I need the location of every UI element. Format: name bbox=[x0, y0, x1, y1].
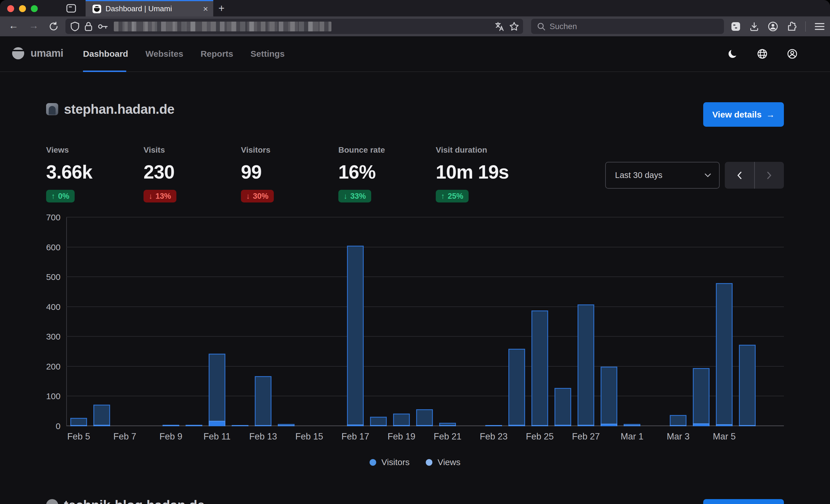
close-window-button[interactable] bbox=[7, 5, 14, 12]
visitors-bar-segment bbox=[186, 425, 202, 426]
visitors-bar-segment bbox=[601, 424, 617, 426]
theme-moon-icon[interactable] bbox=[727, 49, 738, 59]
metric-label: Bounce rate bbox=[338, 145, 436, 155]
views-bar-mar-4[interactable] bbox=[693, 368, 709, 426]
y-axis-tick-label: 700 bbox=[29, 212, 61, 222]
account-icon[interactable] bbox=[768, 21, 778, 32]
views-bar-feb-19[interactable] bbox=[393, 413, 410, 426]
arrow-right-icon: → bbox=[766, 110, 775, 120]
nav-item-websites[interactable]: Websites bbox=[146, 49, 183, 59]
metric-change-badge: ↑25% bbox=[436, 190, 469, 202]
brand-name: umami bbox=[31, 47, 63, 59]
lock-icon[interactable] bbox=[85, 22, 93, 31]
tab-close-icon[interactable]: × bbox=[203, 5, 208, 13]
trend-arrow-icon: ↓ bbox=[246, 192, 250, 201]
trend-arrow-icon: ↑ bbox=[51, 192, 55, 201]
x-axis-tick-label: Feb 25 bbox=[517, 431, 563, 442]
views-bar-feb-28[interactable] bbox=[601, 367, 617, 426]
metric-visitors: Visitors 99 ↓30% bbox=[241, 145, 338, 202]
gridline bbox=[66, 366, 784, 367]
views-dot-icon bbox=[426, 459, 432, 466]
metric-change-badge: ↑0% bbox=[46, 190, 75, 202]
nav-item-reports[interactable]: Reports bbox=[200, 49, 233, 59]
legend-item-views[interactable]: Views bbox=[426, 457, 460, 467]
sidebar-toggle-icon[interactable] bbox=[66, 4, 76, 13]
views-bar-feb-11[interactable] bbox=[209, 354, 225, 426]
downloads-icon[interactable] bbox=[749, 22, 759, 31]
views-bar-mar-6[interactable] bbox=[739, 345, 756, 426]
visitors-bar-segment bbox=[578, 425, 594, 426]
views-bar-mar-1[interactable] bbox=[624, 424, 640, 426]
views-bar-feb-6[interactable] bbox=[93, 405, 110, 426]
y-axis-tick-label: 300 bbox=[29, 332, 61, 342]
prev-period-button[interactable] bbox=[725, 162, 755, 189]
browser-tab[interactable]: Dashboard | Umami × bbox=[86, 0, 213, 16]
tab-title: Dashboard | Umami bbox=[105, 4, 172, 13]
umami-logo-icon bbox=[11, 47, 25, 60]
views-bar-feb-18[interactable] bbox=[370, 417, 387, 426]
url-bar[interactable] bbox=[65, 19, 523, 34]
visitors-bar-segment bbox=[209, 421, 225, 426]
next-view-details-button[interactable] bbox=[703, 499, 784, 504]
chart-plot-area bbox=[66, 217, 784, 426]
back-button[interactable]: ← bbox=[9, 21, 19, 30]
key-icon[interactable] bbox=[98, 23, 108, 30]
x-axis-tick-label: Feb 21 bbox=[424, 431, 471, 442]
views-bar-feb-26[interactable] bbox=[554, 388, 571, 426]
views-bar-feb-21[interactable] bbox=[439, 423, 456, 426]
chevron-down-icon bbox=[705, 173, 711, 177]
umami-brand[interactable]: umami bbox=[11, 47, 63, 60]
views-bar-feb-23[interactable] bbox=[485, 425, 502, 426]
minimize-window-button[interactable] bbox=[19, 5, 26, 12]
views-bar-feb-25[interactable] bbox=[532, 310, 548, 426]
views-bar-feb-14[interactable] bbox=[278, 424, 294, 426]
active-tab-underline bbox=[83, 71, 126, 72]
y-axis-tick-label: 400 bbox=[29, 302, 61, 312]
reload-icon[interactable] bbox=[49, 21, 59, 32]
views-bar-feb-17[interactable] bbox=[347, 246, 364, 426]
chevron-left-icon bbox=[737, 172, 742, 179]
views-bar-mar-3[interactable] bbox=[670, 415, 687, 426]
metrics-row: Views 3.66k ↑0% Visits 230 ↓13% Visitors… bbox=[46, 145, 557, 202]
views-bar-mar-5[interactable] bbox=[716, 283, 733, 426]
menu-hamburger-icon[interactable] bbox=[815, 22, 825, 31]
views-bar-feb-24[interactable] bbox=[508, 349, 525, 426]
metric-visit-duration: Visit duration 10m 19s ↑25% bbox=[436, 145, 557, 202]
views-bar-feb-13[interactable] bbox=[255, 376, 272, 426]
x-axis-tick-label: Feb 5 bbox=[56, 431, 102, 442]
x-axis-tick-label: Feb 27 bbox=[563, 431, 609, 442]
views-bar-feb-20[interactable] bbox=[416, 409, 433, 426]
nav-item-settings[interactable]: Settings bbox=[250, 49, 284, 59]
x-axis-tick-label: Feb 19 bbox=[378, 431, 424, 442]
website-favicon bbox=[46, 103, 58, 115]
gridline bbox=[66, 336, 784, 337]
password-manager-extension-icon[interactable] bbox=[731, 22, 741, 31]
next-period-button[interactable] bbox=[755, 162, 784, 189]
gridline bbox=[66, 396, 784, 396]
new-tab-button[interactable]: + bbox=[219, 2, 224, 14]
search-input[interactable]: Suchen bbox=[531, 19, 724, 34]
legend-item-visitors[interactable]: Visitors bbox=[370, 457, 410, 467]
view-details-button[interactable]: View details → bbox=[703, 102, 784, 127]
views-bar-feb-5[interactable] bbox=[70, 418, 87, 426]
date-range-dropdown[interactable]: Last 30 days bbox=[605, 162, 720, 189]
bookmark-star-icon[interactable] bbox=[509, 22, 519, 31]
next-website-title: technik-blog.hadan.de bbox=[64, 497, 204, 504]
trend-arrow-icon: ↓ bbox=[149, 192, 153, 201]
tracking-protection-shield-icon[interactable] bbox=[71, 22, 79, 31]
next-website-header: technik-blog.hadan.de bbox=[46, 497, 204, 504]
views-bar-feb-9[interactable] bbox=[163, 425, 179, 426]
zoom-window-button[interactable] bbox=[31, 5, 38, 12]
views-bar-feb-10[interactable] bbox=[186, 425, 202, 426]
forward-button[interactable]: → bbox=[29, 21, 39, 30]
nav-item-dashboard[interactable]: Dashboard bbox=[83, 49, 128, 59]
y-axis-tick-label: 500 bbox=[29, 272, 61, 282]
translate-icon[interactable] bbox=[495, 22, 505, 31]
x-axis-tick-label: Feb 13 bbox=[240, 431, 286, 442]
language-globe-icon[interactable] bbox=[757, 48, 768, 59]
views-bar-feb-12[interactable] bbox=[232, 425, 248, 426]
profile-icon[interactable] bbox=[787, 48, 798, 59]
visitors-dot-icon bbox=[370, 459, 376, 466]
extensions-puzzle-icon[interactable] bbox=[787, 22, 797, 31]
views-bar-feb-27[interactable] bbox=[578, 304, 594, 426]
